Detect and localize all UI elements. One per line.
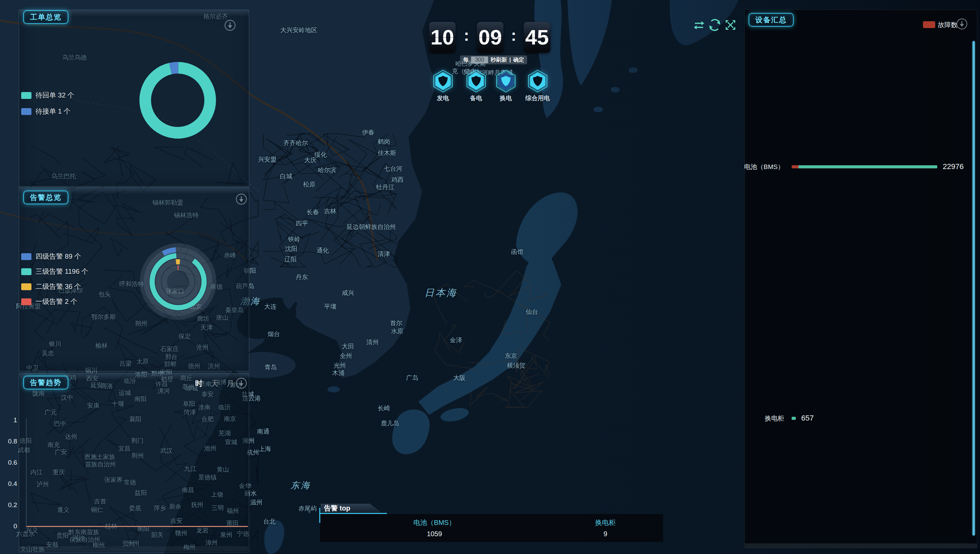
clock-hours-tile: 10 <box>429 22 456 53</box>
download-icon[interactable] <box>956 18 968 30</box>
refresh-confirm-button[interactable]: 确定 <box>513 56 524 64</box>
legend-swatch <box>21 108 32 115</box>
map-city-label: 南通 <box>257 427 269 436</box>
map-city-label: 鸡西 <box>391 176 404 184</box>
trend-tab-时[interactable]: 时 <box>195 378 203 389</box>
map-city-label: 清州 <box>366 338 379 346</box>
nav-category-备电[interactable] <box>466 69 487 93</box>
shield-hexagon-icon <box>466 69 487 93</box>
map-city-label: 光州 <box>334 361 346 370</box>
map-city-label: 鹿儿岛 <box>381 419 399 427</box>
clock-seconds-tile: 45 <box>524 22 550 53</box>
nav-category-label: 综合用电 <box>510 94 565 102</box>
map-city-label: 辽阳 <box>285 255 297 263</box>
map-city-label: 金泽 <box>450 336 462 344</box>
clock-minutes-tile: 09 <box>477 22 503 53</box>
legend-swatch <box>21 92 32 99</box>
map-city-label: 广岛 <box>406 374 418 382</box>
map-city-label: 佳木斯 <box>378 149 396 157</box>
alarm-trend-bottom-strip <box>19 546 248 551</box>
legend-item: 四级告警 89 个 <box>21 252 88 261</box>
map-city-label: 平壤 <box>324 302 336 311</box>
legend-label: 四级告警 89 个 <box>35 252 81 261</box>
device-summary-bottom-strip <box>745 543 977 548</box>
alarm-trend-y-axis-line <box>26 418 27 527</box>
device-bar-fault-segment <box>792 165 799 168</box>
y-tick-label: 0.2 <box>3 501 17 509</box>
legend-swatch <box>21 299 32 305</box>
map-city-label: 白城 <box>280 172 292 180</box>
nav-category-换电[interactable] <box>495 69 517 93</box>
trend-tab-天[interactable]: 天 <box>211 378 218 389</box>
alarm-overview-legend: 四级告警 89 个三级告警 1196 个二级告警 36 个一级告警 2 个 <box>21 252 88 312</box>
nav-category-综合用电[interactable] <box>527 69 548 93</box>
alarm-overview-ring-chart <box>135 239 221 324</box>
legend-item: 二级告警 36 个 <box>21 282 88 291</box>
map-city-label: 大连 <box>264 302 277 311</box>
fault-legend-label: 故障数 <box>938 21 958 29</box>
trend-tab-月[interactable]: 月 <box>227 378 234 389</box>
map-city-label: 仙台 <box>526 308 538 316</box>
map-city-label: 烟台 <box>268 330 280 338</box>
y-tick-label: 0.6 <box>3 459 17 466</box>
alarm-top-header-cell: 电池（BMS） <box>366 518 503 527</box>
panel-alarm-trend <box>19 373 249 552</box>
map-city-label: 伊春 <box>362 128 374 137</box>
fullscreen-icon[interactable] <box>725 19 736 31</box>
download-icon[interactable] <box>235 377 248 390</box>
legend-swatch <box>21 283 32 290</box>
dashboard-root: 格尔必齐乌兰乌德乌兰巴托哈巴罗夫斯克（伯力）阿穆尔河畔共青城大兴安岭地区齐齐哈尔… <box>0 0 980 554</box>
panel-alarm-trend-title: 告警趋势 <box>23 376 68 390</box>
map-city-label: 大庆 <box>304 156 317 164</box>
panel-alarm-overview-title: 告警总览 <box>23 191 68 204</box>
refresh-prefix-label: 每 <box>463 56 469 64</box>
map-city-label: 松原 <box>303 180 315 188</box>
map-city-label: 上海 <box>259 445 271 453</box>
refresh-interval-input[interactable]: 300 <box>471 56 488 63</box>
y-tick-label: 0.8 <box>3 437 17 445</box>
map-city-label: 水原 <box>391 327 403 335</box>
fault-legend-swatch <box>923 21 935 28</box>
swap-icon[interactable] <box>693 20 705 31</box>
y-tick-label: 0.4 <box>3 480 17 488</box>
map-city-label: 首尔 <box>390 319 402 327</box>
map-city-label: 长崎 <box>378 404 390 412</box>
y-tick-label: 1 <box>3 417 17 424</box>
map-city-label: 鹤岗 <box>378 137 390 146</box>
download-icon[interactable] <box>235 193 248 205</box>
map-city-label: 木浦 <box>332 369 345 377</box>
refresh-icon[interactable] <box>708 19 721 32</box>
map-city-label: 哈尔滨 <box>318 166 336 174</box>
clock-separator: : <box>511 26 516 45</box>
map-city-label: 四平 <box>296 219 308 228</box>
map-city-label: 延边朝鲜族自治州 <box>347 223 396 231</box>
device-bar-value: 22976 <box>943 162 964 171</box>
alarm-top-underline <box>320 513 387 514</box>
legend-label: 二级告警 36 个 <box>35 282 81 291</box>
nav-category-发电[interactable] <box>433 69 453 93</box>
device-bar-value: 657 <box>801 414 814 423</box>
download-icon[interactable] <box>224 19 236 32</box>
map-city-label: 兴安盟 <box>258 155 277 164</box>
map-jeju <box>328 386 340 393</box>
map-city-label: 横须贺 <box>507 361 525 370</box>
legend-item: 三级告警 1196 个 <box>21 267 88 276</box>
map-city-label: 大阪 <box>453 374 466 382</box>
map-city-label: 函馆 <box>511 248 523 256</box>
map-city-label: 齐齐哈尔 <box>283 139 308 147</box>
panel-device-summary <box>745 10 977 548</box>
legend-item: 待接单 1 个 <box>21 107 74 116</box>
map-city-label: 咸兴 <box>342 289 354 297</box>
device-bar-label: 换电柜 <box>727 414 784 423</box>
legend-item: 待回单 32 个 <box>21 91 74 100</box>
shield-hexagon-icon <box>527 69 548 93</box>
y-tick-label: 0 <box>3 522 17 530</box>
alarm-top-left-tick <box>319 508 320 523</box>
map-city-label: 温州 <box>250 498 262 506</box>
device-bar <box>792 417 796 420</box>
alarm-top-value-cell: 9 <box>537 530 674 538</box>
map-city-label: 大田 <box>342 342 354 350</box>
legend-item: 一级告警 2 个 <box>21 297 88 306</box>
right-panel-scrollbar[interactable] <box>972 41 975 535</box>
device-bar-total-segment <box>799 165 937 168</box>
